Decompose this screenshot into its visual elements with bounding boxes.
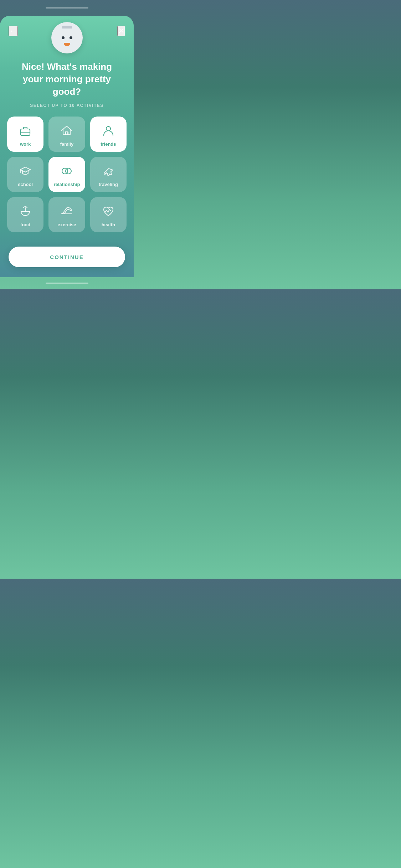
- modal-sheet: ← ✕ Nice! What's making your morning pre…: [0, 16, 134, 277]
- subtitle-text: SELECT UP TO 10 ACTIVITES: [30, 103, 104, 108]
- continue-button[interactable]: CONTINUE: [9, 247, 125, 267]
- svg-point-3: [106, 126, 110, 131]
- heart-icon: [101, 203, 116, 219]
- status-bar: [0, 0, 134, 16]
- activity-label-relationship: relationship: [54, 182, 80, 187]
- activity-label-work: work: [20, 141, 31, 147]
- activity-card-school[interactable]: school: [7, 157, 43, 192]
- activity-label-friends: friends: [101, 141, 116, 147]
- bowl-icon: [17, 203, 33, 219]
- activity-card-relationship[interactable]: relationship: [48, 157, 85, 192]
- activity-card-friends[interactable]: friends: [90, 117, 127, 152]
- activity-label-health: health: [102, 222, 115, 227]
- activity-card-traveling[interactable]: traveling: [90, 157, 127, 192]
- activity-card-food[interactable]: food: [7, 197, 43, 232]
- activity-label-school: school: [18, 182, 33, 187]
- rings-icon: [59, 163, 74, 179]
- activity-label-traveling: traveling: [99, 182, 118, 187]
- plane-icon: [101, 163, 116, 179]
- shoe-icon: [59, 203, 74, 219]
- avatar: [51, 22, 83, 53]
- activity-label-family: family: [60, 141, 74, 147]
- home-icon: [59, 123, 74, 139]
- graduation-icon: [17, 163, 33, 179]
- close-button[interactable]: ✕: [117, 26, 125, 36]
- activity-card-health[interactable]: health: [90, 197, 127, 232]
- home-indicator: [0, 277, 134, 289]
- svg-point-6: [66, 168, 71, 174]
- back-button[interactable]: ←: [9, 26, 18, 36]
- svg-marker-4: [20, 167, 30, 172]
- activity-card-work[interactable]: work: [7, 117, 43, 152]
- briefcase-icon: [17, 123, 33, 139]
- activities-grid: work family friends school relationship …: [0, 108, 134, 232]
- page-title: Nice! What's making your morning pretty …: [0, 61, 134, 98]
- activity-card-family[interactable]: family: [48, 117, 85, 152]
- activity-label-food: food: [20, 222, 30, 227]
- activity-label-exercise: exercise: [57, 222, 76, 227]
- person-icon: [101, 123, 116, 139]
- activity-card-exercise[interactable]: exercise: [48, 197, 85, 232]
